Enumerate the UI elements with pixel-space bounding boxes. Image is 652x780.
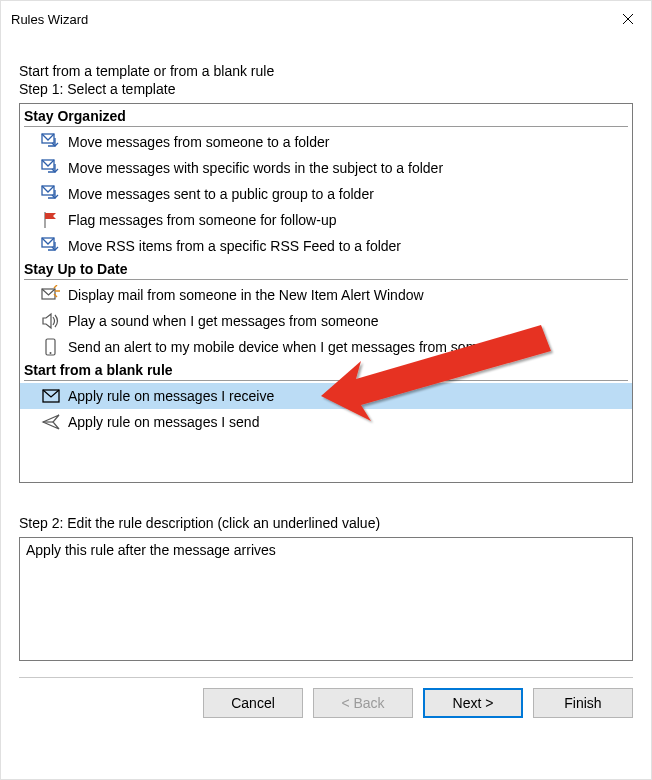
sound-icon bbox=[40, 310, 62, 332]
separator bbox=[19, 677, 633, 678]
template-item-label: Apply rule on messages I send bbox=[68, 414, 259, 430]
step2-label: Step 2: Edit the rule description (click… bbox=[19, 515, 633, 531]
rule-description-box[interactable]: Apply this rule after the message arrive… bbox=[19, 537, 633, 661]
template-item-new-item-alert[interactable]: Display mail from someone in the New Ite… bbox=[20, 282, 632, 308]
close-icon bbox=[622, 13, 634, 25]
move-to-folder-icon bbox=[40, 157, 62, 179]
template-item-apply-send[interactable]: Apply rule on messages I send bbox=[20, 409, 632, 435]
send-icon bbox=[40, 411, 62, 433]
rules-wizard-dialog: Rules Wizard Start from a template or fr… bbox=[0, 0, 652, 780]
move-to-folder-icon bbox=[40, 131, 62, 153]
category-header-start-blank: Start from a blank rule bbox=[20, 360, 632, 380]
template-item-move-from-someone[interactable]: Move messages from someone to a folder bbox=[20, 129, 632, 155]
move-to-folder-icon bbox=[40, 183, 62, 205]
template-item-label: Move messages with specific words in the… bbox=[68, 160, 443, 176]
category-header-stay-organized: Stay Organized bbox=[20, 104, 632, 126]
back-button: < Back bbox=[313, 688, 413, 718]
template-item-flag-followup[interactable]: Flag messages from someone for follow-up bbox=[20, 207, 632, 233]
template-item-label: Move messages from someone to a folder bbox=[68, 134, 329, 150]
next-button[interactable]: Next > bbox=[423, 688, 523, 718]
cancel-button[interactable]: Cancel bbox=[203, 688, 303, 718]
template-item-label: Move messages sent to a public group to … bbox=[68, 186, 374, 202]
template-item-label: Apply rule on messages I receive bbox=[68, 388, 274, 404]
template-item-label: Display mail from someone in the New Ite… bbox=[68, 287, 424, 303]
flag-icon bbox=[40, 209, 62, 231]
close-button[interactable] bbox=[605, 1, 651, 37]
titlebar: Rules Wizard bbox=[1, 1, 651, 37]
template-item-label: Send an alert to my mobile device when I… bbox=[68, 339, 508, 355]
window-title: Rules Wizard bbox=[11, 12, 88, 27]
template-item-move-rss[interactable]: Move RSS items from a specific RSS Feed … bbox=[20, 233, 632, 259]
template-item-label: Flag messages from someone for follow-up bbox=[68, 212, 336, 228]
envelope-icon bbox=[40, 385, 62, 407]
button-bar: Cancel < Back Next > Finish bbox=[1, 688, 651, 732]
template-item-play-sound[interactable]: Play a sound when I get messages from so… bbox=[20, 308, 632, 334]
template-item-label: Play a sound when I get messages from so… bbox=[68, 313, 379, 329]
intro-text: Start from a template or from a blank ru… bbox=[19, 63, 633, 79]
alert-mail-icon bbox=[40, 284, 62, 306]
template-item-move-subject-words[interactable]: Move messages with specific words in the… bbox=[20, 155, 632, 181]
rule-description-text: Apply this rule after the message arrive… bbox=[26, 542, 276, 558]
category-header-stay-up-to-date: Stay Up to Date bbox=[20, 259, 632, 279]
template-item-move-public-group[interactable]: Move messages sent to a public group to … bbox=[20, 181, 632, 207]
template-listbox[interactable]: Stay Organized Move messages from someon… bbox=[19, 103, 633, 483]
finish-button[interactable]: Finish bbox=[533, 688, 633, 718]
template-item-apply-receive[interactable]: Apply rule on messages I receive bbox=[20, 383, 632, 409]
mobile-icon bbox=[40, 336, 62, 358]
svg-point-9 bbox=[50, 352, 52, 354]
template-item-mobile-alert[interactable]: Send an alert to my mobile device when I… bbox=[20, 334, 632, 360]
move-to-folder-icon bbox=[40, 235, 62, 257]
template-item-label: Move RSS items from a specific RSS Feed … bbox=[68, 238, 401, 254]
step1-label: Step 1: Select a template bbox=[19, 81, 633, 97]
